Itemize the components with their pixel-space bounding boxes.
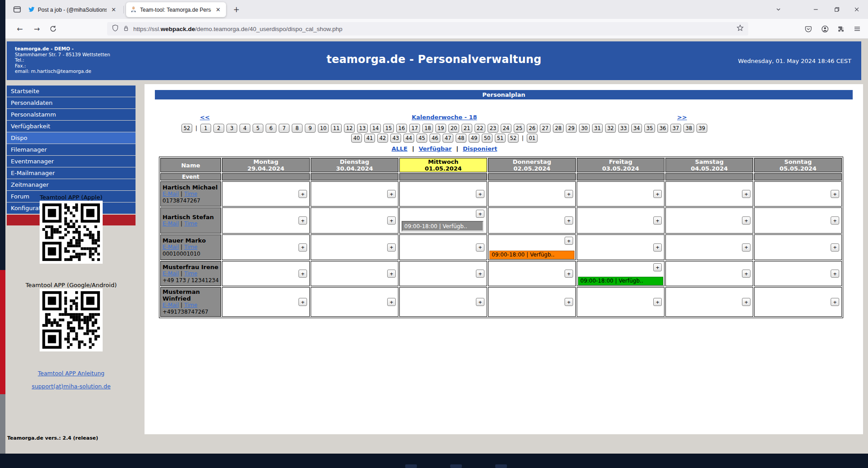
person-link-e-mail[interactable]: E-Mail — [163, 244, 179, 250]
person-link-e-mail[interactable]: E-Mail — [163, 270, 179, 277]
schedule-cell[interactable]: + — [311, 207, 398, 234]
calendar-week-link[interactable]: Kalenderwoche - 18 — [381, 114, 507, 121]
add-entry-button[interactable]: + — [476, 210, 484, 218]
add-entry-button[interactable]: + — [565, 190, 573, 198]
schedule-cell[interactable]: + — [665, 207, 753, 234]
schedule-cell[interactable]: + — [577, 207, 665, 234]
week-button-4[interactable]: 4 — [240, 124, 250, 133]
schedule-cell[interactable]: + — [488, 261, 576, 286]
week-button-24[interactable]: 24 — [501, 124, 511, 133]
add-entry-button[interactable]: + — [298, 243, 307, 252]
schedule-cell[interactable]: + — [311, 234, 398, 260]
week-button-19[interactable]: 19 — [435, 124, 446, 133]
filter-alle[interactable]: ALLE — [392, 145, 408, 152]
week-button-14[interactable]: 14 — [370, 124, 381, 133]
tab-teamorga-active[interactable]: Team-tool: Teamorga.de Person ✕ — [126, 2, 226, 17]
schedule-cell[interactable]: + — [577, 181, 665, 207]
week-button-34[interactable]: 34 — [631, 124, 642, 133]
week-button-8[interactable]: 8 — [292, 124, 303, 133]
week-button-36[interactable]: 36 — [657, 124, 668, 133]
week-button-35[interactable]: 35 — [644, 124, 655, 133]
week-button-12[interactable]: 12 — [344, 124, 355, 133]
sidebar-item-eventmanager[interactable]: Eventmanager — [7, 156, 136, 167]
week-button-42[interactable]: 42 — [377, 134, 388, 143]
week-button-32[interactable]: 32 — [605, 124, 616, 133]
schedule-cell[interactable]: + — [222, 287, 310, 317]
add-entry-button[interactable]: + — [565, 298, 573, 306]
add-entry-button[interactable]: + — [653, 298, 662, 306]
schedule-cell[interactable]: + — [222, 181, 310, 207]
schedule-cell[interactable]: + — [665, 287, 753, 317]
week-button-27[interactable]: 27 — [540, 124, 551, 133]
availability-event[interactable]: 09:00-18:00 | Verfügb.. — [489, 251, 574, 259]
add-entry-button[interactable]: + — [742, 270, 750, 278]
week-button-22[interactable]: 22 — [475, 124, 485, 133]
extensions-puzzle-icon[interactable] — [835, 23, 847, 35]
lock-icon[interactable] — [123, 25, 129, 33]
schedule-cell[interactable]: + — [665, 261, 753, 286]
tab-post-a-job[interactable]: Post a job - (@mihaSolutions) | ✕ — [24, 2, 122, 17]
week-button-45[interactable]: 45 — [416, 134, 427, 143]
schedule-cell[interactable]: + — [665, 181, 753, 207]
filter-disponiert[interactable]: Disponiert — [463, 145, 497, 152]
week-button-25[interactable]: 25 — [514, 124, 524, 133]
person-link-time[interactable]: Time — [184, 302, 197, 308]
schedule-cell[interactable]: +09:00-18:00 | Verfügb.. — [577, 261, 665, 286]
schedule-cell[interactable]: +09:00-18:00 | Verfügb.. — [488, 234, 576, 260]
add-entry-button[interactable]: + — [298, 298, 307, 306]
week-button-15[interactable]: 15 — [383, 124, 394, 133]
schedule-cell[interactable]: + — [311, 181, 398, 207]
add-entry-button[interactable]: + — [565, 270, 573, 278]
week-button-51[interactable]: 51 — [495, 134, 506, 143]
schedule-cell[interactable]: + — [754, 234, 842, 260]
schedule-cell[interactable]: + — [754, 181, 842, 207]
add-entry-button[interactable]: + — [831, 270, 839, 278]
week-button-44[interactable]: 44 — [403, 134, 414, 143]
week-button-20[interactable]: 20 — [448, 124, 459, 133]
schedule-cell[interactable]: + — [399, 287, 487, 317]
add-entry-button[interactable]: + — [298, 190, 307, 198]
week-button-46[interactable]: 46 — [429, 134, 440, 143]
reload-button[interactable] — [47, 22, 59, 35]
week-button-21[interactable]: 21 — [461, 124, 472, 133]
tab-close-icon[interactable]: ✕ — [110, 6, 118, 14]
add-entry-button[interactable]: + — [476, 190, 484, 198]
week-button-1[interactable]: 1 — [200, 124, 211, 133]
window-minimize-button[interactable] — [806, 0, 825, 19]
back-button[interactable]: ← — [14, 22, 26, 35]
url-text[interactable]: https://ssl.webpack.de/demo.teamorga.de/… — [133, 26, 732, 32]
week-button-23[interactable]: 23 — [488, 124, 498, 133]
availability-event[interactable]: 09:00-18:00 | Verfügb.. — [578, 277, 663, 285]
sidebar-item-filemanager[interactable]: Filemanager — [7, 144, 136, 155]
add-entry-button[interactable]: + — [742, 190, 750, 198]
add-entry-button[interactable]: + — [387, 243, 396, 252]
add-entry-button[interactable]: + — [476, 270, 484, 278]
previous-week-link[interactable]: << — [200, 114, 210, 121]
schedule-cell[interactable]: + — [311, 287, 398, 317]
availability-event[interactable]: 09:00-18:00 | Verfügb.. — [402, 221, 484, 232]
schedule-cell[interactable]: + — [222, 234, 310, 260]
schedule-cell[interactable]: + — [222, 261, 310, 286]
schedule-cell[interactable]: + — [665, 234, 753, 260]
tab-close-icon[interactable]: ✕ — [214, 6, 222, 14]
week-button-37[interactable]: 37 — [670, 124, 681, 133]
schedule-cell[interactable]: + — [399, 181, 487, 207]
add-entry-button[interactable]: + — [831, 243, 839, 252]
person-link-time[interactable]: Time — [184, 244, 197, 250]
add-entry-button[interactable]: + — [831, 216, 839, 225]
week-button-40[interactable]: 40 — [351, 134, 362, 143]
person-link-time[interactable]: Time — [184, 270, 197, 277]
schedule-cell[interactable]: + — [488, 207, 576, 234]
sidebar-item-personaldaten[interactable]: Personaldaten — [7, 97, 136, 108]
add-entry-button[interactable]: + — [742, 216, 750, 225]
shield-icon[interactable] — [112, 24, 119, 33]
schedule-cell[interactable]: + — [754, 207, 842, 234]
schedule-cell[interactable]: + — [754, 287, 842, 317]
teamtool-anleitung-link[interactable]: Teamtool APP Anleitung — [7, 370, 136, 377]
schedule-cell[interactable]: + — [577, 287, 665, 317]
week-button-5[interactable]: 5 — [253, 124, 263, 133]
week-button-7[interactable]: 7 — [279, 124, 289, 133]
week-button-38[interactable]: 38 — [683, 124, 694, 133]
week-button-52[interactable]: 52 — [181, 124, 192, 133]
schedule-cell[interactable]: + — [488, 181, 576, 207]
